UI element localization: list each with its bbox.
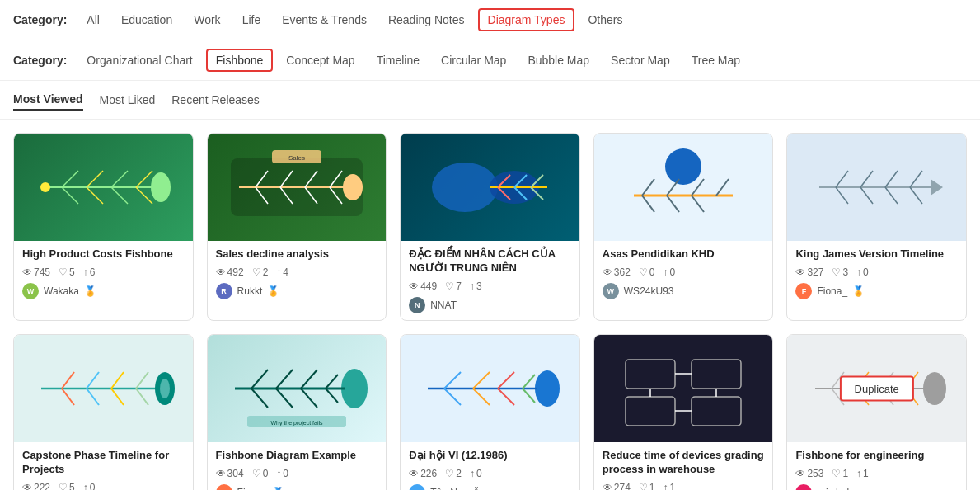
card-7-avatar: F: [216, 484, 232, 490]
card-7-author-name: Fiona_: [237, 487, 268, 490]
card-8-thumbnail: [401, 335, 579, 442]
svg-rect-85: [626, 360, 675, 389]
sub-category-row: Category: Organizational Chart Fishbone …: [0, 40, 980, 81]
card-10-title: Fishbone for engineering: [795, 449, 958, 463]
card-5-badge: 🏅: [852, 285, 865, 297]
card-9-views: 👁 274: [603, 482, 631, 490]
svg-line-44: [836, 187, 848, 204]
card-3-author-name: NNAT: [430, 299, 457, 311]
svg-marker-51: [931, 179, 943, 196]
svg-line-45: [860, 171, 873, 187]
svg-line-47: [885, 171, 898, 187]
cat-others[interactable]: Others: [579, 10, 631, 30]
card-4-author-name: WS24kU93: [624, 285, 674, 297]
svg-rect-87: [626, 397, 675, 426]
card-8-author-name: Tân Nguyễn: [430, 487, 485, 490]
cat-circular[interactable]: Circular Map: [433, 50, 514, 70]
card-7-badge: 🏅: [272, 487, 284, 490]
card-5-stats: 👁 327 ♡ 3 ↑ 0: [795, 266, 958, 278]
card-4[interactable]: Asas Pendidikan KHD 👁 362 ♡ 0 ↑ 0 W WS24…: [593, 133, 774, 321]
svg-line-4: [87, 187, 103, 204]
card-10-stats: 👁 253 ♡ 1 ↑ 1: [795, 468, 958, 479]
card-2-title: Sales decline analysis: [216, 247, 378, 261]
cat-reading[interactable]: Reading Notes: [380, 10, 473, 30]
card-7[interactable]: Why the project fails Fishbone Diagram E…: [207, 334, 387, 490]
cat-work[interactable]: Work: [185, 10, 228, 30]
cat-timeline[interactable]: Timeline: [368, 50, 428, 70]
cat-education[interactable]: Education: [113, 10, 181, 30]
card-10-body: Fishbone for engineering 👁 253 ♡ 1 ↑ 1 e…: [787, 442, 966, 490]
card-3-avatar: N: [409, 297, 425, 313]
cat-org[interactable]: Organizational Chart: [78, 50, 200, 70]
card-2-shares: ↑ 4: [276, 266, 288, 278]
svg-line-46: [860, 187, 873, 204]
cat-diagram[interactable]: Diagram Types: [478, 8, 575, 31]
cat-all[interactable]: All: [78, 10, 108, 30]
card-2-body: Sales decline analysis 👁 492 ♡ 2 ↑ 4 R R…: [208, 241, 387, 306]
svg-point-102: [923, 372, 946, 405]
card-3[interactable]: ĐẶC ĐIỂM NHÂN CÁCH CỦA NGƯỜI TRUNG NIÊN …: [400, 133, 580, 321]
card-10-likes: ♡ 1: [832, 468, 848, 479]
cards-grid: High Product Costs Fishbone 👁 745 ♡ 5 ↑ …: [0, 120, 980, 490]
cat-treemap[interactable]: Tree Map: [683, 50, 748, 70]
svg-line-38: [667, 196, 679, 212]
tab-most-viewed[interactable]: Most Viewed: [13, 89, 83, 111]
tab-recent[interactable]: Recent Releases: [171, 90, 260, 110]
svg-line-83: [523, 375, 535, 389]
card-8-views: 👁 226: [409, 468, 437, 479]
card-4-author: W WS24kU93: [603, 283, 765, 299]
card-6-title: Capstone Phase Timeline for Projects: [22, 449, 185, 477]
card-5-likes: ♡ 3: [832, 266, 848, 278]
card-5[interactable]: King James Version Timeline 👁 327 ♡ 3 ↑ …: [786, 133, 967, 321]
cat-bubble[interactable]: Bubble Map: [519, 50, 598, 70]
card-4-thumbnail: [594, 134, 773, 241]
card-1[interactable]: High Product Costs Fishbone 👁 745 ♡ 5 ↑ …: [13, 133, 194, 321]
svg-line-60: [111, 389, 124, 405]
card-8-shares: ↑ 0: [470, 468, 482, 479]
card-7-thumbnail: Why the project fails: [208, 335, 387, 442]
card-9-thumbnail: [594, 335, 773, 442]
svg-line-81: [498, 372, 514, 389]
svg-line-70: [301, 389, 317, 408]
svg-point-54: [160, 379, 170, 398]
card-9-likes: ♡ 1: [639, 482, 655, 490]
card-1-thumbnail: [14, 134, 193, 241]
card-1-avatar: W: [22, 283, 39, 299]
cat-events[interactable]: Events & Trends: [274, 10, 375, 30]
svg-point-9: [151, 172, 171, 202]
card-5-author-name: Fiona_: [817, 285, 847, 297]
cat-fishbone[interactable]: Fishbone: [206, 49, 274, 72]
cat-concept[interactable]: Concept Map: [278, 50, 363, 70]
card-8-body: Đại hội VI (12.1986) 👁 226 ♡ 2 ↑ 0 T Tân…: [401, 442, 579, 490]
card-5-body: King James Version Timeline 👁 327 ♡ 3 ↑ …: [787, 241, 966, 306]
cat-life[interactable]: Life: [234, 10, 270, 30]
tab-most-liked[interactable]: Most Liked: [100, 90, 156, 110]
svg-rect-86: [692, 360, 741, 389]
card-7-stats: 👁 304 ♡ 0 ↑ 0: [216, 468, 378, 479]
card-6[interactable]: Capstone Phase Timeline for Projects 👁 2…: [13, 334, 194, 490]
card-10[interactable]: Duplicate Fishbone for engineering 👁 253…: [786, 334, 967, 490]
card-9[interactable]: Reduce time of devices grading process i…: [593, 334, 774, 490]
card-10-thumbnail: Duplicate: [787, 335, 966, 442]
svg-line-82: [498, 389, 514, 405]
card-1-shares: ↑ 6: [83, 266, 96, 278]
card-5-author: F Fiona_ 🏅: [795, 283, 958, 299]
card-6-shares: ↑ 0: [83, 482, 96, 490]
card-7-views: 👁 304: [216, 468, 244, 479]
card-4-stats: 👁 362 ♡ 0 ↑ 0: [603, 266, 765, 278]
cat-sector[interactable]: Sector Map: [603, 50, 678, 70]
card-3-author: N NNAT: [409, 297, 571, 313]
svg-point-24: [432, 163, 498, 212]
svg-line-5: [111, 171, 128, 187]
svg-line-80: [473, 389, 490, 405]
card-1-body: High Product Costs Fishbone 👁 745 ♡ 5 ↑ …: [14, 241, 193, 306]
card-2-views: 👁 492: [216, 266, 244, 278]
card-8[interactable]: Đại hội VI (12.1986) 👁 226 ♡ 2 ↑ 0 T Tân…: [400, 334, 580, 490]
card-4-views: 👁 362: [603, 266, 631, 278]
card-3-shares: ↑ 3: [470, 280, 482, 292]
svg-line-8: [136, 187, 152, 204]
duplicate-button[interactable]: Duplicate: [840, 375, 914, 401]
card-2[interactable]: Sales Sales decline analysis 👁 492 ♡ 2 ↑…: [207, 133, 387, 321]
svg-point-21: [343, 174, 363, 200]
svg-point-75: [535, 370, 560, 407]
